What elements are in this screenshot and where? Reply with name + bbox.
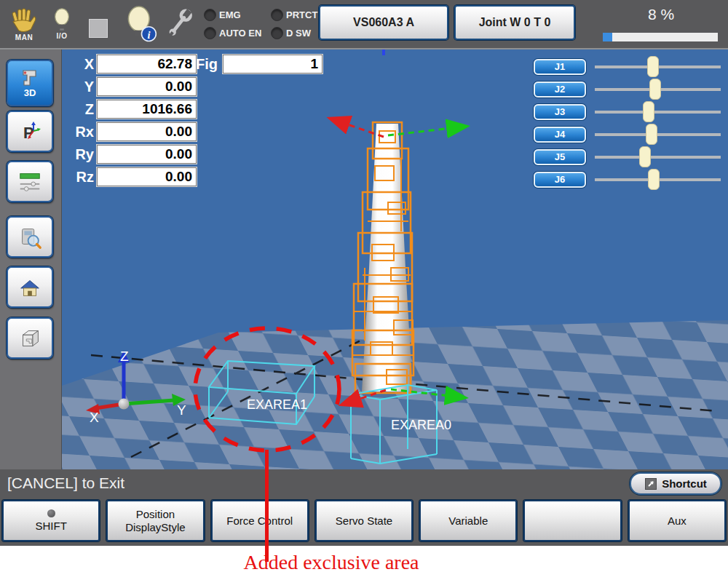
fig-label: Fig (196, 56, 218, 73)
auto-en-led-icon (204, 27, 216, 39)
monitor-search-button[interactable] (7, 216, 53, 258)
speed-progress-bar (603, 33, 718, 41)
auto-en-led-label: AUTO EN (219, 28, 261, 39)
shortcut-label: Shortcut (662, 477, 707, 490)
fkey-position-label-line1: Position (136, 508, 175, 521)
coord-field-y[interactable]: 0.00 (97, 77, 197, 96)
exarea0-label: EXAREA0 (391, 418, 451, 432)
bottom-bar: [CANCEL] to Exit Shortcut SHIFT Position… (0, 469, 728, 546)
fkey-aux-label: Aux (668, 514, 687, 528)
joint-button-j6[interactable]: J6 (534, 172, 586, 188)
coord-label-y: Y (68, 79, 94, 95)
jog-settings-button[interactable] (7, 161, 53, 202)
cube-icon (17, 325, 43, 351)
coord-field-rz[interactable]: 0.00 (97, 167, 197, 186)
fkey-aux[interactable]: Aux (628, 500, 726, 541)
position-tool-button[interactable]: P (7, 111, 53, 152)
maintenance-button[interactable] (165, 6, 194, 42)
joint-slider-j5[interactable] (595, 146, 721, 168)
man-label: MAN (15, 33, 33, 41)
coord-field-rx[interactable]: 0.00 (97, 122, 197, 141)
coord-label-rx: Rx (68, 124, 94, 140)
manual-mode-button[interactable]: MAN (9, 6, 39, 41)
view-3d-label: 3D (24, 87, 36, 98)
emg-led-icon (204, 9, 216, 21)
home-button[interactable] (7, 266, 53, 308)
joint-row-j3: J3 (534, 100, 721, 123)
coord-row-z: Z 1016.66 (68, 99, 197, 119)
home-icon (17, 275, 43, 300)
view-3d-button[interactable]: 3D (7, 60, 53, 106)
axis-y-label: Y (177, 402, 186, 418)
joint-row-j4: J4 (534, 123, 721, 146)
d-sw-led-icon (271, 27, 283, 39)
fkey-servo-state[interactable]: Servo State (315, 500, 413, 541)
prtct-led-label: PRTCT (286, 9, 317, 20)
fkey-variable-label: Variable (448, 514, 488, 528)
left-toolbar: 3D P (0, 49, 62, 469)
slider-handle[interactable] (647, 56, 659, 77)
coord-row-rx: Rx 0.00 (68, 122, 197, 142)
workspace-view-button[interactable] (7, 317, 53, 359)
fig-field[interactable]: 1 (223, 55, 323, 74)
speed-percentage: 8 % (601, 6, 721, 23)
robot-select-button[interactable]: VS060A3 A (319, 5, 448, 40)
joint-row-j2: J2 (534, 78, 721, 100)
joint-button-j5[interactable]: J5 (534, 149, 586, 165)
coord-label-x: X (68, 56, 94, 73)
joint-slider-j4[interactable] (595, 123, 721, 146)
joint-slider-j1[interactable] (595, 55, 721, 78)
status-led-panel: EMG PRTCT AUTO EN D SW (204, 9, 317, 39)
position-axes-icon: P (17, 119, 42, 144)
led-auto-en: AUTO EN (204, 27, 271, 39)
fkey-variable[interactable]: Variable (419, 500, 517, 541)
fkey-blank[interactable] (523, 500, 621, 541)
slider-handle[interactable] (643, 101, 654, 122)
coord-label-z: Z (68, 101, 94, 118)
lightbulb-info-icon: i (124, 6, 159, 42)
coord-row-y: Y 0.00 (68, 76, 197, 97)
prtct-led-icon (271, 9, 283, 21)
jog-mode-button[interactable]: Joint W 0 T 0 (454, 5, 575, 40)
d-sw-led-label: D SW (286, 28, 311, 39)
io-monitor-button[interactable]: I/O (51, 7, 73, 40)
joint-button-j2[interactable]: J2 (534, 82, 586, 98)
fkey-position-displaystyle[interactable]: Position DisplayStyle (106, 500, 204, 541)
slider-handle[interactable] (649, 79, 661, 100)
coord-field-z[interactable]: 1016.66 (97, 100, 197, 119)
slider-track (595, 111, 721, 114)
exarea1-label: EXAREA1 (247, 397, 307, 412)
shortcut-button[interactable]: Shortcut (630, 472, 721, 495)
joint-slider-j6[interactable] (595, 168, 721, 191)
slider-handle[interactable] (648, 169, 660, 190)
slider-handle[interactable] (646, 124, 657, 145)
joint-slider-j3[interactable] (595, 100, 721, 123)
status-message: [CANCEL] to Exit (7, 474, 124, 492)
fkey-force-control[interactable]: Force Control (211, 500, 309, 541)
slider-track (595, 133, 721, 136)
function-key-row: SHIFT Position DisplayStyle Force Contro… (2, 500, 726, 541)
joint-slider-j2[interactable] (595, 78, 721, 100)
stop-square-icon[interactable] (89, 19, 108, 38)
scene-3d-viewport[interactable]: X Y Z (62, 49, 728, 469)
teach-pendant-screen: MAN I/O i (0, 0, 728, 588)
wrench-icon (165, 6, 194, 42)
fkey-force-control-label: Force Control (226, 514, 293, 528)
svg-text:i: i (147, 29, 150, 41)
slider-handle[interactable] (639, 146, 651, 167)
top-toolbar: MAN I/O i (0, 0, 728, 49)
lamp-info-button[interactable]: i (124, 6, 159, 42)
coord-row-rz: Rz 0.00 (68, 167, 197, 187)
coord-field-ry[interactable]: 0.00 (97, 145, 197, 164)
fkey-shift[interactable]: SHIFT (2, 500, 100, 541)
fkey-position-label-line2: DisplayStyle (125, 521, 186, 534)
coord-row-x: X 62.78 (68, 54, 197, 74)
robot-arm-icon (19, 68, 41, 88)
joint-button-j1[interactable]: J1 (534, 59, 586, 75)
joint-button-j3[interactable]: J3 (534, 104, 586, 120)
emg-led-label: EMG (219, 9, 241, 20)
joint-row-j1: J1 (534, 55, 721, 78)
lightbulb-icon (51, 7, 73, 33)
joint-button-j4[interactable]: J4 (534, 127, 586, 143)
coord-field-x[interactable]: 62.78 (97, 55, 197, 74)
